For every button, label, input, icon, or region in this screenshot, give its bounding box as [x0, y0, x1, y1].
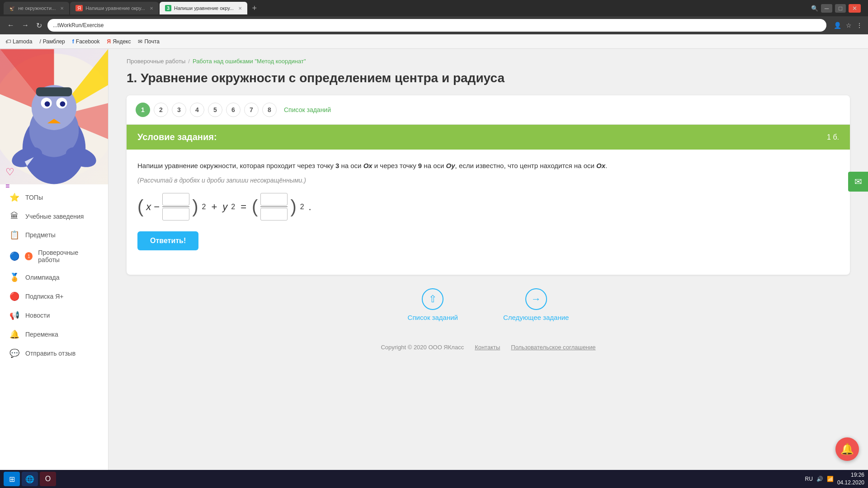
- formula-x: x: [146, 201, 151, 213]
- sidebar-item-feedback[interactable]: 💬 Отправить отзыв: [0, 344, 108, 363]
- breadcrumb-current[interactable]: Работа над ошибками "Метод координат": [193, 58, 306, 65]
- task-header: Условие задания: 1 б.: [127, 125, 850, 150]
- task-hint: (Рассчитай в дробях и дроби запиши несок…: [137, 177, 839, 184]
- bookmark-icon[interactable]: ☆: [846, 22, 852, 29]
- feedback-icon: 💬: [9, 348, 20, 358]
- sidebar-item-schools[interactable]: 🏛 Учебные заведения: [0, 207, 108, 225]
- denominator-input-1[interactable]: [162, 208, 189, 221]
- task-content: Напиши уравнение окружности, которая про…: [127, 150, 850, 261]
- tab-2[interactable]: Я Напиши уравнение окру... ✕: [70, 2, 159, 14]
- task-list-up-icon: ⇧: [422, 288, 443, 310]
- maximize-button[interactable]: □: [835, 4, 846, 13]
- answer-button[interactable]: Ответить!: [137, 231, 198, 250]
- denominator-input-2[interactable]: [260, 208, 288, 221]
- task-list-nav-link[interactable]: Список заданий: [284, 106, 331, 113]
- sidebar-item-subscription[interactable]: 🔴 Подписка Я+: [0, 287, 108, 306]
- contacts-link[interactable]: Контакты: [475, 344, 500, 351]
- right-paren-1: ): [192, 197, 198, 217]
- svg-rect-9: [36, 87, 72, 96]
- bookmark-yandex[interactable]: Я Яндекс: [107, 38, 131, 45]
- left-paren-1: (: [137, 197, 143, 217]
- favorites-icon[interactable]: ♡: [5, 166, 14, 178]
- bookmark-mail[interactable]: ✉ Почта: [138, 38, 159, 45]
- back-button[interactable]: ←: [5, 19, 16, 31]
- tab-close-2[interactable]: ✕: [150, 6, 153, 11]
- next-task-link[interactable]: → Следующее задание: [503, 288, 569, 321]
- page-title: 1. Уравнение окружности с определением ц…: [127, 70, 850, 86]
- breadcrumb-separator: /: [188, 58, 190, 65]
- right-paren-2: ): [290, 197, 296, 217]
- forward-button[interactable]: →: [20, 19, 31, 31]
- task-num-5[interactable]: 5: [208, 103, 222, 117]
- sidebar-item-tops[interactable]: ⭐ ТОПы: [0, 188, 108, 207]
- sidebar-label-tops: ТОПы: [25, 194, 43, 201]
- olympiad-icon: 🏅: [9, 272, 20, 282]
- close-button[interactable]: ✕: [849, 4, 861, 13]
- numerator-input-2[interactable]: [260, 193, 288, 206]
- tab-close-3[interactable]: ✕: [238, 6, 242, 11]
- notification-bell[interactable]: 🔔: [835, 437, 859, 461]
- task-num-8[interactable]: 8: [262, 103, 277, 117]
- bookmark-lamoda[interactable]: 🏷 Lamoda: [5, 38, 32, 45]
- task-num-7[interactable]: 7: [244, 103, 259, 117]
- sidebar-avatar: [0, 49, 108, 184]
- svg-point-8: [60, 101, 65, 107]
- tab-bar: 🦅 не окружности... ✕ Я Напиши уравнение …: [0, 0, 868, 16]
- start-button[interactable]: ⊞: [4, 472, 20, 486]
- address-box[interactable]: ...tWorkRun/Exercise: [47, 19, 826, 32]
- task-nav: 1 2 3 4 5 6 7 8 Список заданий: [127, 95, 850, 125]
- tab-1[interactable]: 🦅 не окружности... ✕: [4, 2, 69, 14]
- tab-3[interactable]: 3 Напиши уравнение окру... ✕: [160, 2, 247, 14]
- sidebar-item-tests[interactable]: 🔵 1 Проверочные работы: [0, 244, 108, 268]
- taskbar-browser[interactable]: O: [40, 472, 56, 486]
- task-num-1[interactable]: 1: [136, 103, 150, 117]
- breadcrumb-parent[interactable]: Проверочные работы: [127, 58, 185, 65]
- minimize-button[interactable]: ─: [821, 4, 832, 13]
- exponent-1: 2: [202, 203, 206, 211]
- frac-line-1: [162, 206, 189, 207]
- profile-icon[interactable]: 👤: [834, 22, 841, 29]
- exponent-y: 2: [231, 203, 235, 211]
- task-num-2[interactable]: 2: [154, 103, 168, 117]
- left-paren-2: (: [252, 197, 258, 217]
- frac-line-2: [260, 206, 288, 207]
- new-tab-button[interactable]: +: [248, 2, 261, 14]
- svg-point-7: [45, 101, 50, 107]
- sidebar-item-subjects[interactable]: 📋 Предметы: [0, 225, 108, 244]
- numerator-input-1[interactable]: [162, 193, 189, 206]
- mail-side-button[interactable]: ✉: [848, 172, 868, 192]
- sidebar-item-break[interactable]: 🔔 Переменка: [0, 325, 108, 344]
- formula-area: ( x − ) 2 + y 2: [137, 193, 839, 221]
- plus-sign: +: [211, 201, 217, 213]
- task-num-4[interactable]: 4: [190, 103, 204, 117]
- settings-small-icon[interactable]: ≡: [5, 182, 9, 190]
- tab-close-1[interactable]: ✕: [60, 6, 64, 11]
- task-num-3[interactable]: 3: [172, 103, 186, 117]
- sidebar-item-news[interactable]: 📢 Новости: [0, 306, 108, 325]
- breadcrumb: Проверочные работы / Работа над ошибками…: [127, 58, 850, 65]
- next-task-label: Следующее задание: [503, 314, 569, 321]
- sidebar-label-break: Переменка: [25, 331, 58, 338]
- copyright-text: Copyright © 2020 ООО ЯКласс: [381, 344, 464, 351]
- sidebar-item-olympiad[interactable]: 🏅 Олимпиада: [0, 268, 108, 287]
- task-list-bottom-link[interactable]: ⇧ Список заданий: [408, 288, 458, 321]
- bell-icon: 🔔: [9, 329, 20, 339]
- bookmarks-bar: 🏷 Lamoda / Рамблер f Facebook Я Яндекс ✉…: [0, 34, 868, 49]
- task-header-title: Условие задания:: [137, 132, 217, 142]
- search-icon[interactable]: 🔍: [811, 5, 818, 12]
- taskbar-right: RU 🔊 📶 19:26 04.12.2020: [805, 471, 864, 487]
- taskbar: ⊞ 🌐 O RU 🔊 📶 19:26 04.12.2020: [0, 470, 868, 488]
- settings-icon[interactable]: ⋮: [856, 22, 863, 29]
- taskbar-time: 19:26 04.12.2020: [837, 471, 864, 487]
- bookmark-facebook[interactable]: f Facebook: [72, 38, 100, 45]
- task-box: Условие задания: 1 б. Напиши уравнение о…: [127, 125, 850, 261]
- period: .: [309, 201, 311, 213]
- agreement-link[interactable]: Пользовательское соглашение: [511, 344, 595, 351]
- refresh-button[interactable]: ↻: [34, 19, 44, 32]
- sidebar-label-olympiad: Олимпиада: [25, 274, 60, 281]
- task-num-6[interactable]: 6: [226, 103, 241, 117]
- bookmark-rambler[interactable]: / Рамблер: [39, 38, 65, 45]
- next-task-icon: →: [525, 288, 547, 310]
- address-bar-row: ← → ↻ ...tWorkRun/Exercise 👤 ☆ ⋮: [0, 16, 868, 34]
- taskbar-ie[interactable]: 🌐: [22, 472, 38, 486]
